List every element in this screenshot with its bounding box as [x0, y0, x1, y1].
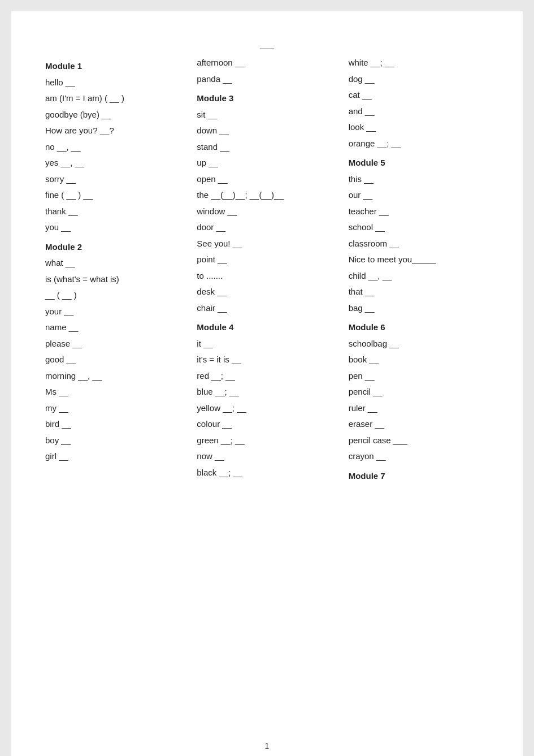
col2-item-7: open __ [197, 171, 337, 188]
col1-item-1: hello __ [45, 75, 185, 91]
col2-item-3: sit __ [197, 107, 337, 123]
col3-item-10: school __ [349, 219, 489, 236]
col3-item-18: book __ [349, 352, 489, 368]
col3-item-17: schoolbag __ [349, 336, 489, 352]
col3-item-8: our __ [349, 187, 489, 204]
col3-item-3: and __ [349, 103, 489, 120]
col1-item-4: How are you? __? [45, 123, 185, 139]
col3-item-4: look __ [349, 119, 489, 136]
col2-item-5: stand __ [197, 139, 337, 155]
column-3: white __; __dog __cat __and __look __ora… [349, 55, 489, 484]
col1-item-18: good __ [45, 352, 185, 368]
col2-item-6: up __ [197, 155, 337, 171]
col3-item-23: pencil case ___ [349, 433, 489, 449]
col1-item-22: bird __ [45, 416, 185, 433]
col3-item-0: white __; __ [349, 55, 489, 71]
col2-item-15: chair __ [197, 300, 337, 317]
col2-item-23: green __; __ [197, 433, 337, 449]
col2-item-2: Module 3 [197, 90, 337, 107]
page-number: 1 [11, 741, 523, 750]
col2-item-20: blue __; __ [197, 384, 337, 400]
col1-item-5: no __, __ [45, 139, 185, 155]
content: Module 1hello __am (I'm = I am) ( __ )go… [45, 55, 489, 484]
col3-item-16: Module 6 [349, 319, 489, 336]
col2-item-25: black __; __ [197, 465, 337, 481]
col3-item-12: Nice to meet you_____ [349, 252, 489, 268]
col1-item-20: Ms __ [45, 384, 185, 400]
col3-item-21: ruler __ [349, 400, 489, 417]
column-1: Module 1hello __am (I'm = I am) ( __ )go… [45, 55, 185, 484]
col1-item-19: morning __, __ [45, 368, 185, 385]
col1-item-13: is (what's = what is) [45, 271, 185, 288]
col3-item-19: pen __ [349, 368, 489, 385]
col2-item-16: Module 4 [197, 319, 337, 336]
col2-item-13: to ....... [197, 268, 337, 284]
col2-item-0: afternoon __ [197, 55, 337, 71]
col2-item-12: point __ [197, 252, 337, 268]
col2-item-19: red __; __ [197, 368, 337, 385]
col3-item-24: crayon __ [349, 448, 489, 465]
col2-item-17: it __ [197, 336, 337, 352]
col2-item-24: now __ [197, 448, 337, 465]
col1-item-3: goodbye (bye) __ [45, 107, 185, 123]
col3-item-25: Module 7 [349, 468, 489, 485]
col3-item-1: dog __ [349, 71, 489, 88]
col3-item-7: this __ [349, 171, 489, 188]
col1-item-11: Module 2 [45, 239, 185, 256]
col3-item-15: bag __ [349, 300, 489, 317]
page: ___ Module 1hello __am (I'm = I am) ( __… [11, 11, 523, 756]
col2-item-14: desk __ [197, 284, 337, 300]
col3-item-2: cat __ [349, 87, 489, 103]
col3-item-9: teacher __ [349, 204, 489, 220]
col3-item-13: child __, __ [349, 268, 489, 284]
col1-item-8: fine ( __ ) __ [45, 187, 185, 204]
col1-item-14: __ ( __ ) [45, 287, 185, 304]
col1-item-16: name __ [45, 319, 185, 336]
col3-item-5: orange __; __ [349, 136, 489, 152]
col1-item-10: you __ [45, 219, 185, 236]
col2-item-8: the __(__)__; __(__)__ [197, 187, 337, 204]
col1-item-2: am (I'm = I am) ( __ ) [45, 90, 185, 107]
col2-item-1: panda __ [197, 71, 337, 88]
col1-item-12: what __ [45, 255, 185, 271]
col2-item-21: yellow __; __ [197, 400, 337, 417]
col2-item-18: it's = it is __ [197, 352, 337, 368]
col1-item-21: my __ [45, 400, 185, 417]
col2-item-11: See you! __ [197, 236, 337, 252]
col1-item-17: please __ [45, 336, 185, 352]
col1-item-23: boy __ [45, 433, 185, 449]
col1-item-6: yes __, __ [45, 155, 185, 171]
col3-item-6: Module 5 [349, 155, 489, 171]
column-2: afternoon __panda __Module 3sit __down _… [197, 55, 337, 484]
col2-item-10: door __ [197, 219, 337, 236]
col1-item-24: girl __ [45, 448, 185, 465]
col1-item-15: your __ [45, 304, 185, 320]
col3-item-14: that __ [349, 284, 489, 300]
col2-item-4: down __ [197, 123, 337, 139]
col1-item-7: sorry __ [45, 171, 185, 188]
col3-item-20: pencil __ [349, 384, 489, 400]
col2-item-22: colour __ [197, 416, 337, 433]
col2-item-9: window __ [197, 204, 337, 220]
col1-item-9: thank __ [45, 204, 185, 220]
col3-item-11: classroom __ [349, 236, 489, 252]
col1-item-0: Module 1 [45, 58, 185, 75]
top-line: ___ [45, 40, 489, 49]
col3-item-22: eraser __ [349, 416, 489, 433]
